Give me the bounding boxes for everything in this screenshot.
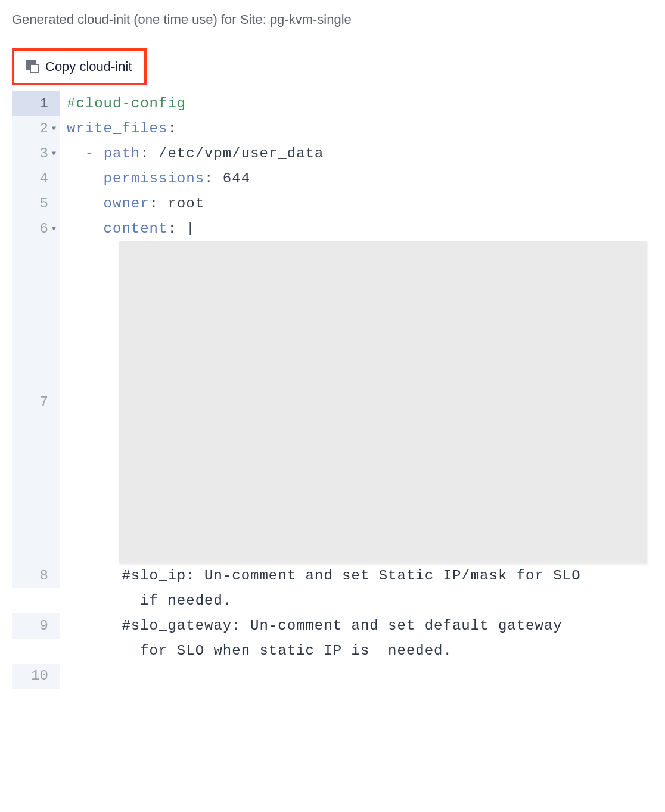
- editor-line[interactable]: 10: [12, 664, 653, 689]
- editor-line[interactable]: 1#cloud-config: [12, 91, 653, 116]
- line-number: 5: [12, 191, 60, 216]
- editor-line[interactable]: 8 #slo_ip: Un-comment and set Static IP/…: [12, 563, 653, 613]
- code-content: #slo_ip: Un-comment and set Static IP/ma…: [60, 563, 653, 613]
- code-editor[interactable]: 1#cloud-config2▼write_files:3▼ - path: /…: [12, 91, 653, 689]
- line-number: 4: [12, 166, 60, 191]
- line-number: 2▼: [12, 116, 60, 141]
- editor-line[interactable]: 9 #slo_gateway: Un-comment and set defau…: [12, 613, 653, 664]
- fold-chevron-icon[interactable]: ▼: [50, 123, 56, 135]
- line-number: 10: [12, 664, 60, 689]
- code-content: #cloud-config: [60, 91, 653, 116]
- code-content: write_files:: [60, 116, 653, 141]
- fold-chevron-icon[interactable]: ▼: [50, 148, 56, 160]
- redacted-content-block: [119, 241, 647, 563]
- copy-button-label: Copy cloud-init: [45, 59, 132, 75]
- code-content: permissions: 644: [60, 166, 653, 191]
- line-number: 1: [12, 91, 60, 116]
- line-number: 8: [12, 563, 60, 588]
- editor-line[interactable]: 6▼ content: |: [12, 216, 653, 241]
- code-content: #slo_gateway: Un-comment and set default…: [60, 613, 653, 664]
- line-number: 9: [12, 613, 60, 639]
- line-number: 3▼: [12, 141, 60, 166]
- editor-line[interactable]: 4 permissions: 644: [12, 166, 653, 191]
- code-content: owner: root: [60, 191, 653, 216]
- editor-line[interactable]: 7: [12, 241, 653, 563]
- fold-chevron-icon[interactable]: ▼: [50, 223, 56, 235]
- copy-cloud-init-button[interactable]: Copy cloud-init: [12, 48, 147, 85]
- copy-icon: [26, 60, 39, 73]
- line-number: 7: [12, 241, 60, 563]
- page-title: Generated cloud-init (one time use) for …: [12, 12, 653, 27]
- code-content: content: |: [60, 216, 653, 241]
- editor-line[interactable]: 2▼write_files:: [12, 116, 653, 141]
- editor-line[interactable]: 5 owner: root: [12, 191, 653, 216]
- line-number: 6▼: [12, 216, 60, 241]
- editor-line[interactable]: 3▼ - path: /etc/vpm/user_data: [12, 141, 653, 166]
- code-content: - path: /etc/vpm/user_data: [60, 141, 653, 166]
